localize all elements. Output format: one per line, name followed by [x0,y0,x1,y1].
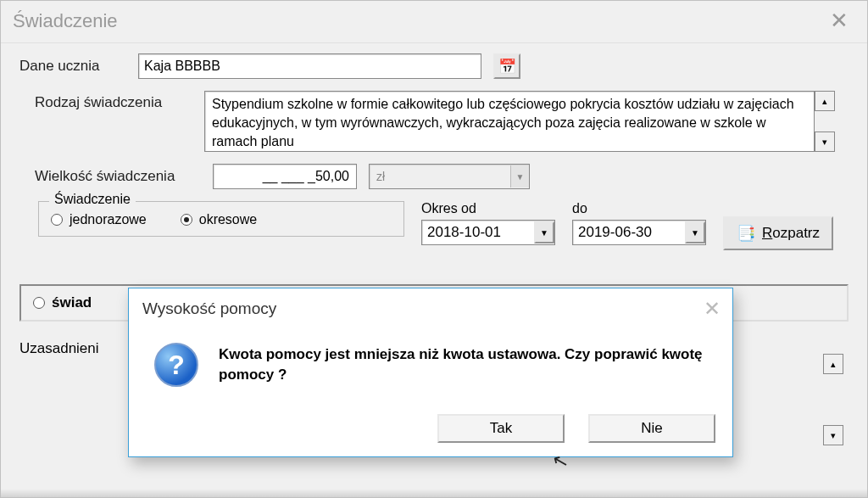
period-from-label: Okres od [421,201,555,216]
currency-value: zł [376,170,385,183]
calendar-button[interactable]: 📅 [493,53,520,79]
modal-message: Kwota pomocy jest mniejsza niż kwota ust… [219,343,715,385]
type-and-period-row: Świadczenie jednorazowe okresowe Okres o… [38,201,849,250]
rozpatrz-label: RRozpatrzozpatrz [762,225,820,242]
form-area: Dane ucznia 📅 Rodzaj świadczenia Stypend… [1,43,867,260]
no-button[interactable]: Nie [588,414,715,443]
radio-icon [51,214,63,226]
modal-button-row: Tak Nie [129,394,732,456]
frequency-legend: Świadczenie [49,192,136,207]
rozpatrz-button[interactable]: 📑 RRozpatrzozpatrz [723,216,833,250]
modal-body: ? Kwota pomocy jest mniejsza niż kwota u… [129,324,732,394]
student-label: Dane ucznia [19,58,138,75]
chevron-down-icon: ▼ [510,165,529,187]
close-icon[interactable]: ✕ [704,297,721,321]
benefit-type-wrap: Stypendium szkolne w formie całkowitego … [204,91,835,152]
radio-label: okresowe [199,212,257,227]
window-title: Świadczenie [13,10,118,32]
radio-icon [33,297,45,309]
radio-swiadczenie[interactable]: świad [33,294,92,311]
period-from-block: Okres od 2018-10-01 ▼ [421,201,555,245]
scroll-up-icon[interactable]: ▴ [815,91,835,111]
amount-input[interactable] [213,164,357,189]
amount-confirm-dialog: Wysokość pomocy ✕ ? Kwota pomocy jest mn… [128,288,733,457]
period-from-select[interactable]: 2018-10-01 ▼ [421,220,555,245]
radio-jednorazowe[interactable]: jednorazowe [51,212,147,227]
radio-okresowe[interactable]: okresowe [181,212,257,227]
yes-button[interactable]: Tak [437,414,565,443]
student-row: Dane ucznia 📅 [19,53,849,79]
benefit-frequency-fieldset: Świadczenie jednorazowe okresowe [38,201,404,237]
period-from-value: 2018-10-01 [427,224,501,241]
justification-scrollbar[interactable]: ▴ ▾ [823,354,843,445]
radio-label: świad [52,294,92,311]
student-input[interactable] [138,53,481,79]
benefit-type-label: Rodzaj świadczenia [35,91,204,111]
modal-title: Wysokość pomocy [142,299,276,318]
amount-row: Wielkość świadczenia zł ▼ [35,164,849,189]
frequency-radio-group: jednorazowe okresowe [51,212,392,227]
scroll-down-icon[interactable]: ▾ [815,131,835,152]
chevron-down-icon: ▼ [534,221,554,243]
chevron-down-icon: ▼ [685,221,705,243]
period-to-block: do 2019-06-30 ▼ [572,201,706,245]
modal-titlebar: Wysokość pomocy ✕ [129,288,732,324]
shadow [1,489,867,497]
amount-label: Wielkość świadczenia [35,168,213,185]
benefit-dialog: Świadczenie ✕ Dane ucznia 📅 Rodzaj świad… [0,0,868,498]
question-icon: ? [154,343,198,387]
titlebar: Świadczenie ✕ [1,1,867,43]
benefit-type-row: Rodzaj świadczenia Stypendium szkolne w … [35,91,849,152]
radio-icon [181,214,192,226]
period-to-label: do [572,201,706,216]
currency-select: zł ▼ [369,164,530,189]
gear-icon: 📑 [737,224,755,243]
benefit-type-scrollbar[interactable]: ▴ ▾ [815,91,835,152]
scroll-up-icon[interactable]: ▴ [823,354,843,374]
period-to-select[interactable]: 2019-06-30 ▼ [572,220,706,245]
calendar-icon: 📅 [498,58,516,76]
period-to-value: 2019-06-30 [578,224,652,241]
close-icon[interactable]: ✕ [823,8,855,34]
scroll-down-icon[interactable]: ▾ [823,425,843,445]
radio-label: jednorazowe [70,212,147,227]
benefit-type-textarea[interactable]: Stypendium szkolne w formie całkowitego … [204,91,815,152]
